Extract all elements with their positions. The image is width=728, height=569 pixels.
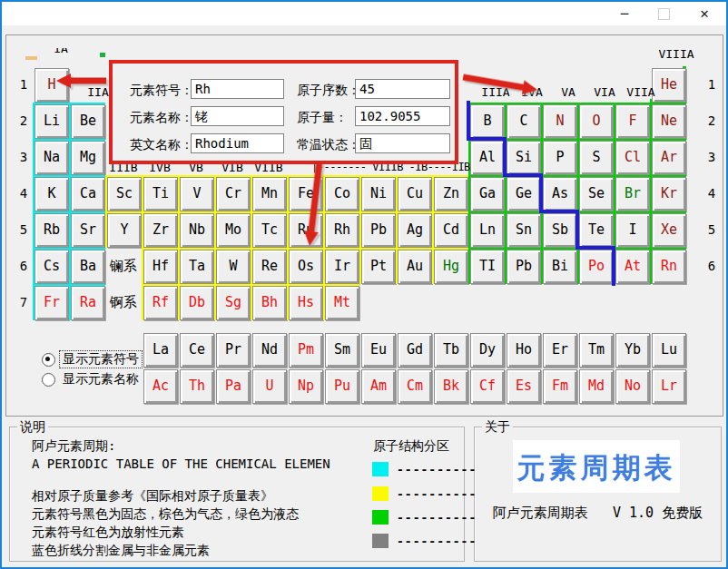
element-button-Pm[interactable]: Pm <box>289 333 323 368</box>
element-button-N[interactable]: N <box>543 104 577 139</box>
element-button-Pb[interactable]: Pb <box>507 250 541 284</box>
element-button-Lu[interactable]: Lu <box>652 333 686 368</box>
element-button-Ag[interactable]: Ag <box>398 213 432 248</box>
element-button-Nd[interactable]: Nd <box>252 333 287 368</box>
element-button-Ru[interactable]: Ru <box>289 213 323 248</box>
element-button-F[interactable]: F <box>615 104 650 139</box>
element-button-No[interactable]: No <box>615 369 650 404</box>
element-button-Se[interactable]: Se <box>579 177 614 211</box>
element-button-Eu[interactable]: Eu <box>361 333 396 368</box>
element-button-Am[interactable]: Am <box>361 369 396 404</box>
element-button-Nb[interactable]: Nb <box>180 213 214 248</box>
element-button-Rf[interactable]: Rf <box>143 286 178 320</box>
element-button-K[interactable]: K <box>34 177 69 211</box>
element-button-Ar[interactable]: Ar <box>652 141 686 175</box>
element-button-Db[interactable]: Db <box>180 286 214 320</box>
maximize-button[interactable] <box>649 2 678 25</box>
element-button-Zr[interactable]: Zr <box>143 213 178 248</box>
element-button-S[interactable]: S <box>579 141 614 175</box>
element-button-P[interactable]: P <box>543 141 577 175</box>
element-button-Ti[interactable]: Ti <box>143 177 178 211</box>
element-button-Cm[interactable]: Cm <box>398 369 432 404</box>
element-button-Po[interactable]: Po <box>579 250 614 284</box>
element-button-Cd[interactable]: Cd <box>434 213 468 248</box>
element-button-Y[interactable]: Y <box>107 213 142 248</box>
element-button-Rh[interactable]: Rh <box>325 213 359 248</box>
element-button-Fr[interactable]: Fr <box>34 286 69 320</box>
element-button-Gd[interactable]: Gd <box>398 333 432 368</box>
element-button-C[interactable]: C <box>507 104 541 139</box>
element-button-B[interactable]: B <box>470 104 505 139</box>
element-button-Ln[interactable]: Ln <box>470 213 505 248</box>
element-button-Li[interactable]: Li <box>34 104 69 139</box>
element-button-Np[interactable]: Np <box>289 369 323 404</box>
element-button-TI[interactable]: TI <box>470 250 505 284</box>
element-button-Hf[interactable]: Hf <box>143 250 178 284</box>
element-button-Bk[interactable]: Bk <box>434 369 468 404</box>
element-button-Mo[interactable]: Mo <box>216 213 251 248</box>
element-button-Ga[interactable]: Ga <box>470 177 505 211</box>
element-button-Ir[interactable]: Ir <box>325 250 359 284</box>
element-button-Ce[interactable]: Ce <box>180 333 214 368</box>
element-button-W[interactable]: W <box>216 250 251 284</box>
element-button-V[interactable]: V <box>180 177 214 211</box>
element-button-Cs[interactable]: Cs <box>34 250 69 284</box>
element-button-Tm[interactable]: Tm <box>579 333 614 368</box>
element-button-Sc[interactable]: Sc <box>107 177 142 211</box>
element-button-Hg[interactable]: Hg <box>434 250 468 284</box>
element-button-Er[interactable]: Er <box>543 333 577 368</box>
element-button-Bh[interactable]: Bh <box>252 286 287 320</box>
element-button-Cf[interactable]: Cf <box>470 369 505 404</box>
element-button-Mt[interactable]: Mt <box>325 286 359 320</box>
element-button-Ni[interactable]: Ni <box>361 177 396 211</box>
element-button-Zn[interactable]: Zn <box>434 177 468 211</box>
element-button-Yb[interactable]: Yb <box>615 333 650 368</box>
element-button-As[interactable]: As <box>543 177 577 211</box>
element-button-Ra[interactable]: Ra <box>71 286 105 320</box>
element-button-Fe[interactable]: Fe <box>289 177 323 211</box>
element-button-Sb[interactable]: Sb <box>543 213 577 248</box>
element-button-Br[interactable]: Br <box>615 177 650 211</box>
element-button-Sg[interactable]: Sg <box>216 286 251 320</box>
element-button-Dy[interactable]: Dy <box>470 333 505 368</box>
element-button-Sr[interactable]: Sr <box>71 213 105 248</box>
element-button-Al[interactable]: Al <box>470 141 505 175</box>
element-button-I[interactable]: I <box>615 213 650 248</box>
element-button-Tb[interactable]: Tb <box>434 333 468 368</box>
element-button-Sm[interactable]: Sm <box>325 333 359 368</box>
element-button-Re[interactable]: Re <box>252 250 287 284</box>
element-button-Ba[interactable]: Ba <box>71 250 105 284</box>
element-button-Pr[interactable]: Pr <box>216 333 251 368</box>
element-button-Mg[interactable]: Mg <box>71 141 105 175</box>
element-button-Ho[interactable]: Ho <box>507 333 541 368</box>
element-button-Ca[interactable]: Ca <box>71 177 105 211</box>
element-button-Pb[interactable]: Pb <box>361 213 396 248</box>
element-button-Ne[interactable]: Ne <box>652 104 686 139</box>
element-button-Th[interactable]: Th <box>180 369 214 404</box>
element-button-Pa[interactable]: Pa <box>216 369 251 404</box>
element-button-Au[interactable]: Au <box>398 250 432 284</box>
element-button-Pt[interactable]: Pt <box>361 250 396 284</box>
element-button-Bi[interactable]: Bi <box>543 250 577 284</box>
element-button-O[interactable]: O <box>579 104 614 139</box>
element-button-At[interactable]: At <box>615 250 650 284</box>
element-button-Tc[interactable]: Tc <box>252 213 287 248</box>
radio-show-names[interactable]: 显示元素名称 <box>42 371 178 388</box>
element-button-U[interactable]: U <box>252 369 287 404</box>
element-button-Es[interactable]: Es <box>507 369 541 404</box>
element-button-H[interactable]: H <box>34 68 69 103</box>
element-button-Be[interactable]: Be <box>71 104 105 139</box>
element-button-Cr[interactable]: Cr <box>216 177 251 211</box>
radio-show-symbols[interactable]: 显示元素符号 <box>42 351 178 368</box>
element-button-Kr[interactable]: Kr <box>652 177 686 211</box>
element-button-Sn[interactable]: Sn <box>507 213 541 248</box>
element-button-Lr[interactable]: Lr <box>652 369 686 404</box>
element-button-Xe[interactable]: Xe <box>652 213 686 248</box>
element-button-Mn[interactable]: Mn <box>252 177 287 211</box>
element-button-Fm[interactable]: Fm <box>543 369 577 404</box>
element-button-Na[interactable]: Na <box>34 141 69 175</box>
element-button-Te[interactable]: Te <box>579 213 614 248</box>
element-button-Si[interactable]: Si <box>507 141 541 175</box>
element-button-Hs[interactable]: Hs <box>289 286 323 320</box>
element-button-Rb[interactable]: Rb <box>34 213 69 248</box>
